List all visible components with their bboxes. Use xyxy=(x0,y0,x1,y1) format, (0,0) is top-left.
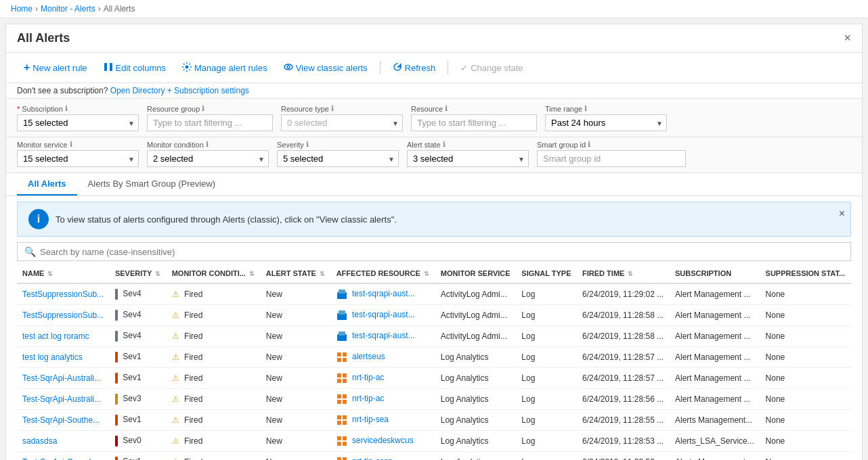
table-row: test log analytics Sev1 ⚠ Fired New aler… xyxy=(17,347,851,368)
main-panel: All Alerts × + New alert rule Edit colum… xyxy=(5,24,863,460)
monitor-condition-value: Fired xyxy=(184,457,202,460)
resource-link[interactable]: nrt-tip-sea xyxy=(352,415,389,424)
cell-monitor-service: Log Analytics xyxy=(435,389,517,410)
monitor-condition-value: Fired xyxy=(184,290,202,299)
tab-all-alerts[interactable]: All Alerts xyxy=(17,173,77,196)
col-fired-time[interactable]: FIRED TIME ⇅ xyxy=(577,264,670,283)
col-suppression[interactable]: SUPPRESSION STAT... xyxy=(760,264,851,283)
refresh-button[interactable]: Refresh xyxy=(386,59,443,77)
ar-sort-icon: ⇅ xyxy=(424,271,429,277)
cell-severity: Sev4 xyxy=(110,283,167,305)
columns-icon xyxy=(104,62,113,74)
cell-subscription: Alert Management ... xyxy=(670,368,760,389)
cell-signal-type: Log xyxy=(516,326,577,347)
new-alert-rule-button[interactable]: + New alert rule xyxy=(17,58,94,77)
table-header-row: NAME ⇅ SEVERITY ⇅ MONITOR CONDITI... ⇅ A… xyxy=(17,264,851,283)
mc-sort-icon: ⇅ xyxy=(249,271,255,277)
cell-name: Test-SqrApi-Australi... xyxy=(17,389,110,410)
time-range-select[interactable]: Past 24 hours xyxy=(545,114,667,131)
resource-type-select[interactable]: 0 selected xyxy=(281,114,403,131)
cell-suppression: None xyxy=(760,305,851,326)
cell-subscription: Alert Management ... xyxy=(670,326,760,347)
alert-name-link[interactable]: TestSuppressionSub... xyxy=(22,290,104,299)
severity-info-icon: ℹ xyxy=(306,140,309,149)
col-affected-resource[interactable]: AFFECTED RESOURCE ⇅ xyxy=(331,264,435,283)
cell-fired-time: 6/24/2019, 11:28:53 ... xyxy=(577,452,670,461)
resource-type-icon xyxy=(337,373,347,384)
cell-suppression: None xyxy=(760,410,851,431)
cell-fired-time: 6/24/2019, 11:28:58 ... xyxy=(577,326,670,347)
resource-type-icon xyxy=(337,310,347,321)
smart-group-id-input[interactable] xyxy=(537,150,686,167)
edit-columns-button[interactable]: Edit columns xyxy=(97,59,173,77)
col-name[interactable]: NAME ⇅ xyxy=(17,264,110,283)
cell-signal-type: Log xyxy=(516,410,577,431)
alert-state-select[interactable]: 3 selected xyxy=(407,150,529,167)
alert-name-link[interactable]: test log analytics xyxy=(22,352,83,362)
resource-link[interactable]: nrt-tip-ac xyxy=(352,394,384,403)
plus-icon: + xyxy=(24,62,30,74)
cell-name: test log analytics xyxy=(17,347,110,368)
resource-link[interactable]: nrt-tip-ccan xyxy=(352,457,393,460)
view-classic-alerts-button[interactable]: View classic alerts xyxy=(277,59,374,77)
close-info-button[interactable]: × xyxy=(839,208,845,220)
cell-fired-time: 6/24/2019, 11:28:57 ... xyxy=(577,347,670,368)
resource-link[interactable]: alertseus xyxy=(352,352,385,361)
cell-monitor-condition: ⚠ Fired xyxy=(167,283,261,305)
cell-suppression: None xyxy=(760,347,851,368)
alert-name-link[interactable]: Test-SqrApi-Australi... xyxy=(22,394,101,404)
cell-name: sadasdsa xyxy=(17,431,110,452)
monitor-condition-value: Fired xyxy=(184,352,202,362)
change-state-button[interactable]: ✓ Change state xyxy=(454,60,529,76)
col-severity[interactable]: SEVERITY ⇅ xyxy=(110,264,167,283)
resource-link[interactable]: test-sqrapi-aust... xyxy=(352,289,415,298)
manage-alert-rules-button[interactable]: Manage alert rules xyxy=(175,59,274,77)
alert-name-link[interactable]: test act log roramc xyxy=(22,331,89,341)
col-signal-type[interactable]: SIGNAL TYPE xyxy=(516,264,577,283)
alert-name-link[interactable]: TestSuppressionSub... xyxy=(22,310,104,320)
resource-link[interactable]: test-sqrapi-aust... xyxy=(352,331,415,340)
warning-icon: ⚠ xyxy=(172,310,179,320)
severity-bar xyxy=(115,415,118,426)
search-input[interactable] xyxy=(40,247,844,257)
warning-icon: ⚠ xyxy=(172,394,179,404)
cell-monitor-condition: ⚠ Fired xyxy=(167,389,261,410)
col-monitor-service[interactable]: MONITOR SERVICE xyxy=(435,264,517,283)
cell-fired-time: 6/24/2019, 11:28:56 ... xyxy=(577,389,670,410)
panel-header: All Alerts × xyxy=(6,24,862,53)
cell-monitor-service: ActivityLog Admi... xyxy=(435,326,517,347)
close-button[interactable]: × xyxy=(844,31,851,45)
severity-bar xyxy=(115,436,118,446)
tab-smart-group[interactable]: Alerts By Smart Group (Preview) xyxy=(77,173,227,196)
resource-link[interactable]: nrt-tip-ac xyxy=(352,373,384,382)
cell-fired-time: 6/24/2019, 11:28:53 ... xyxy=(577,431,670,452)
warning-icon: ⚠ xyxy=(172,457,179,460)
svg-rect-29 xyxy=(337,442,341,446)
cell-alert-state: New xyxy=(261,389,331,410)
severity-select[interactable]: 5 selected xyxy=(277,150,399,167)
col-alert-state[interactable]: ALERT STATE ⇅ xyxy=(261,264,331,283)
svg-rect-8 xyxy=(339,310,345,315)
subscription-select[interactable]: 15 selected xyxy=(17,114,139,131)
breadcrumb-home[interactable]: Home xyxy=(11,4,32,14)
resource-link[interactable]: test-sqrapi-aust... xyxy=(352,310,415,319)
cell-severity: Sev4 xyxy=(110,326,167,347)
alert-name-link[interactable]: Test-SqrApi-Australi... xyxy=(22,373,101,383)
alert-name-link[interactable]: Test-SqrApi-Canada... xyxy=(22,457,102,460)
cell-affected-resource: test-sqrapi-aust... xyxy=(331,283,435,305)
cell-monitor-condition: ⚠ Fired xyxy=(167,410,261,431)
breadcrumb-monitor-alerts[interactable]: Monitor - Alerts xyxy=(41,4,95,14)
warning-icon: ⚠ xyxy=(172,331,179,341)
alert-name-link[interactable]: sadasdsa xyxy=(22,436,57,446)
monitor-condition-select[interactable]: 2 selected xyxy=(147,150,269,167)
resource-link[interactable]: servicedeskwcus xyxy=(352,436,414,445)
resource-input[interactable] xyxy=(411,114,537,131)
severity-label: Sev1 xyxy=(123,352,141,361)
col-subscription[interactable]: SUBSCRIPTION xyxy=(670,264,760,283)
resource-group-input[interactable] xyxy=(147,114,273,131)
col-monitor-condition[interactable]: MONITOR CONDITI... ⇅ xyxy=(167,264,261,283)
open-directory-link[interactable]: Open Directory + Subscription settings xyxy=(110,86,249,95)
alert-name-link[interactable]: Test-SqrApi-Southe... xyxy=(22,415,100,425)
monitor-service-select[interactable]: 15 selected xyxy=(17,150,139,167)
cell-signal-type: Log xyxy=(516,452,577,461)
